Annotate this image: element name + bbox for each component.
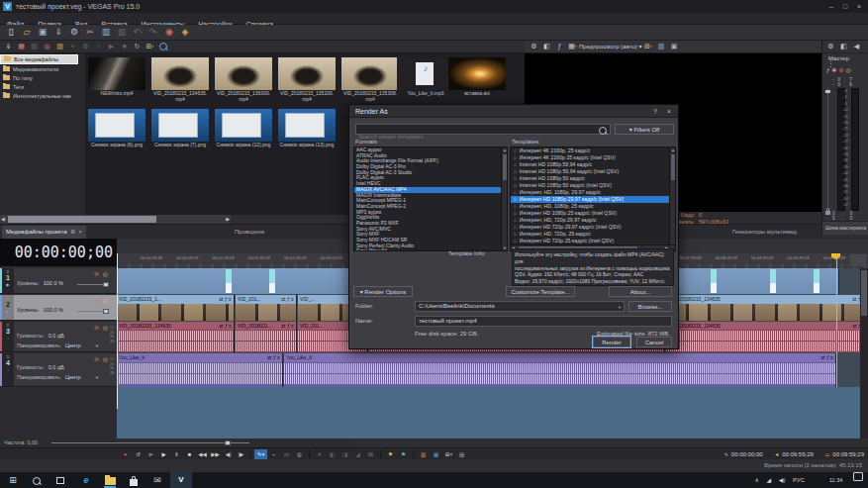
split-screen-icon[interactable]: ▦▾ [567,42,578,51]
clip[interactable]: You_Like_It⇄ ƒ ≡ [284,353,836,387]
about-button[interactable]: About... [609,286,672,297]
media-item[interactable]: ♪You_Like_It.mp3 [396,57,455,97]
stop-preview-icon[interactable]: ■ [119,42,130,51]
text-event[interactable] [814,269,820,293]
remove-media-icon[interactable]: × [67,42,78,51]
slider-handle[interactable] [103,309,109,314]
solo-icon[interactable]: ◎ [845,67,850,73]
media-item[interactable]: VID_20180215_135200. mp4 [277,57,337,102]
text-event[interactable] [269,269,275,293]
whats-new-icon[interactable]: ◈ [178,26,192,39]
scroll-right-icon[interactable]: ▶ [226,215,230,224]
slider-handle[interactable] [103,282,109,287]
clip[interactable]: VID_2018021...⇄ ƒ ≡ [236,322,297,352]
text-event[interactable] [770,269,776,293]
mute-icon[interactable]: ⊘ [94,298,99,304]
ruler-corner-button[interactable] [850,254,866,266]
clip[interactable]: VID_20180215_1...⇄ ƒ ≡ [117,295,235,321]
star-icon[interactable]: ☆ [513,154,518,160]
network-icon[interactable]: ◢ [767,472,772,488]
vegas-taskbar-button[interactable]: V [170,472,192,488]
tree-item-4[interactable]: Теги [0,83,85,91]
mixer-icon[interactable]: ▤ [455,449,468,459]
clip[interactable]: VID_20180215_134635⇄ ƒ ≡ [666,295,868,321]
preview-mode-dropdown[interactable]: Предпросмотр (авто) ▾ [579,44,641,49]
selection-tool-icon[interactable]: ▭ [280,449,293,459]
tab-Медиафайлы проекта[interactable]: Медиафайлы проекта⊞× [2,226,86,239]
tab-glyph-icon[interactable]: ⊞ [71,229,75,235]
auto-ripple-icon[interactable]: ◢ [351,449,364,459]
clip-icons[interactable]: ⇄ ƒ ≡ [219,322,232,330]
mute-icon[interactable]: ⊘ [94,356,99,362]
zoom-tool-icon[interactable]: ◎ [293,449,306,459]
project-properties-icon[interactable]: ⚙ [67,26,81,39]
track-lane-4[interactable]: You_Like_It⇄ ƒ ≡You_Like_It⇄ ƒ ≡ [117,353,868,387]
project-properties-icon[interactable]: ⚙ [529,42,539,51]
start-preview-icon[interactable]: ▶ [106,42,117,51]
snap-icon[interactable]: ▥ [417,449,430,459]
clip[interactable]: VID_20180215_134635⇄ ƒ ≡ [117,322,235,352]
tray-chevron-icon[interactable]: ∧ [754,472,758,488]
play-from-start-icon[interactable]: ⊳ [145,449,157,459]
clip-icons[interactable]: ⇄ ƒ ≡ [281,295,294,304]
tree-item-1[interactable]: Все медиафайлы [0,54,78,64]
close-button[interactable]: × [852,0,866,13]
template-item[interactable]: ☆Интернет HD 720p 29,97 кадр/с (Intel QS… [511,224,669,231]
selection-start[interactable]: 00:00:00;00 [731,451,763,457]
dropdown-caret-icon[interactable]: ▾ [141,30,143,35]
template-item[interactable]: ☆Интернет, HD, 1080p, 29,97 кадр/с [511,189,669,196]
render-template-search[interactable] [355,124,611,135]
clip-icons[interactable]: ⇄ ƒ ≡ [820,353,833,362]
dropdown-caret-icon[interactable]: ▾ [650,44,652,49]
action-center-icon[interactable] [853,472,863,481]
edge-button[interactable]: e [75,472,97,488]
dialog-title-bar[interactable]: Render As [349,105,678,118]
tab-glyph-icon[interactable]: × [79,229,82,235]
media-horizontal-scrollbar[interactable]: ◀ ▶ [0,215,231,224]
media-item[interactable]: Снимок экрана (7).png [150,109,210,148]
star-icon[interactable]: ☆ [513,168,518,174]
go-to-end-icon[interactable]: ▶▶ [209,449,222,459]
insert-marker-icon[interactable]: ⚑ [384,449,397,459]
selection-length[interactable]: 00:09:59;29 [832,451,864,457]
star-icon[interactable]: ☆ [513,210,518,216]
track-number-cell[interactable]: ≡3♪ [2,322,14,351]
star-icon[interactable]: ☆ [513,196,518,202]
folder-combo[interactable]: C:\Users\Beelink\Documents▼ [415,301,625,312]
text-event[interactable] [226,269,232,293]
level-slider[interactable] [77,284,109,285]
save-project-icon[interactable]: ▣ [36,26,49,39]
template-item[interactable]: ☆Интернет, HD, 1080p, 25 кадр/с [511,203,669,210]
task-view-button[interactable] [49,472,71,488]
start-button[interactable]: ⊞ [2,472,24,488]
insert-fx-icon[interactable]: ✱ [831,67,836,73]
edit-media-icon[interactable]: / [93,42,104,51]
media-item[interactable]: Снимок экрана (13).png [277,109,337,148]
level-slider[interactable] [77,311,109,312]
media-item[interactable]: VID_20180215_135308. mp4 [340,57,400,102]
tab-Генераторы мультимед[interactable]: Генераторы мультимед [732,226,797,239]
media-item[interactable]: VID_20180215_135000. mp4 [214,57,273,102]
maximize-button[interactable]: □ [838,0,852,13]
star-icon[interactable]: ☆ [513,147,518,153]
tree-item-5[interactable]: Интеллектуальные нак [0,92,85,100]
split-icon[interactable]: × [313,449,326,459]
track-control-value[interactable]: 100,0 % [44,280,63,286]
open-project-icon[interactable]: ▱ [20,26,34,39]
grid-overlay-icon[interactable]: ⊞▾ [642,42,653,51]
undo-icon[interactable]: ↶▾ [131,26,145,39]
selection-end[interactable]: 00:09:59;29 [782,451,814,457]
quantize-to-frames-icon[interactable]: ▦ [430,449,442,459]
dropdown-caret-icon[interactable]: ▾ [449,451,452,457]
language-indicator[interactable]: РУС [793,472,805,488]
templates-vscrollbar[interactable]: ▲▼ [669,147,675,250]
dialog-help-button[interactable]: ? [648,105,662,118]
playhead-cursor[interactable] [117,253,118,409]
store-button[interactable] [123,472,145,488]
pan-knob-icon[interactable]: ▼ [95,343,99,349]
track-number-cell[interactable]: ≡4♪ [2,353,14,386]
template-item[interactable]: ☆Интернет, HD, 720p 29,97 кадр/с [511,217,669,224]
template-item[interactable]: ☆Internet HD 1080p 59,94 кадр/с (Intel Q… [511,168,669,175]
track-header-2[interactable]: ≡2▶⊘◎Уровень:100,0 % [0,295,117,321]
customize-template-button[interactable]: Customize Template... [506,286,575,297]
